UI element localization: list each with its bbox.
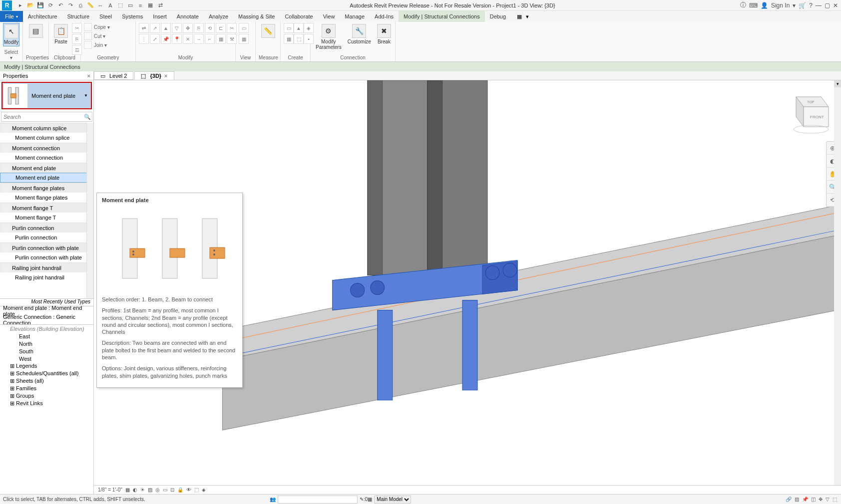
group-button[interactable]: ▦ — [216, 34, 226, 44]
type-category[interactable]: Moment flange T — [0, 203, 93, 213]
lock-3d-icon[interactable]: 🔒 — [177, 487, 183, 493]
cut-geom-button[interactable]: Cut ▾ — [84, 32, 105, 40]
type-item[interactable]: Moment flange T — [0, 213, 93, 223]
type-category[interactable]: Moment flange plates — [0, 183, 93, 193]
tab-collaborate[interactable]: Collaborate — [280, 11, 318, 22]
modify-params-button[interactable]: ⚙Modify Parameters — [314, 23, 344, 51]
array-button[interactable]: ⋮ — [139, 34, 149, 44]
browser-node[interactable]: South — [0, 347, 93, 355]
cut-button[interactable]: ✂ — [72, 23, 82, 33]
open-icon[interactable]: ▸ — [16, 1, 25, 10]
editable-icon[interactable]: ✎ — [360, 497, 364, 502]
type-item[interactable]: Moment flange plates — [0, 193, 93, 203]
type-item[interactable]: Moment column splice — [0, 133, 93, 143]
copy-button[interactable]: ⎘ — [72, 34, 82, 44]
reveal-icon[interactable]: ⬚ — [194, 487, 199, 493]
sign-in-link[interactable]: Sign In — [771, 2, 790, 9]
rotate-button[interactable]: ⟲ — [205, 23, 215, 33]
close-properties-icon[interactable]: × — [87, 73, 90, 79]
maximize-icon[interactable]: ▢ — [825, 2, 830, 9]
keys-icon[interactable]: ⌨ — [749, 2, 758, 9]
switch-icon[interactable]: ⇄ — [156, 1, 165, 10]
select-links-icon[interactable]: 🔗 — [786, 497, 792, 502]
tab-debug[interactable]: Debug — [485, 11, 511, 22]
sun-path-icon[interactable]: ☀ — [140, 487, 145, 493]
minimize-ribbon-icon[interactable]: ▾ — [526, 13, 529, 20]
unpin-button[interactable]: 📍 — [172, 34, 182, 44]
crop-region-icon[interactable]: ⊡ — [170, 487, 174, 493]
panel-label-select[interactable]: Select ▾ — [3, 49, 19, 60]
demolish-button[interactable]: ⚒ — [227, 34, 237, 44]
close-icon[interactable]: ✕ — [833, 2, 838, 9]
match-button[interactable]: ☲ — [72, 45, 82, 55]
create-btn4[interactable]: ▦ — [284, 34, 294, 44]
search-input[interactable] — [1, 114, 83, 120]
tab-steel[interactable]: Steel — [94, 11, 117, 22]
tab-insert[interactable]: Insert — [148, 11, 172, 22]
browser-node[interactable]: West — [0, 355, 93, 362]
cope-button[interactable]: Cope ▾ — [84, 23, 110, 31]
type-item[interactable]: Purlin connection — [0, 233, 93, 243]
split-button[interactable]: ✂ — [227, 23, 237, 33]
browser-category[interactable]: ⊞ Revit Links — [0, 400, 93, 407]
move-button[interactable]: ✥ — [183, 23, 193, 33]
type-item[interactable]: Railing joint handrail — [0, 272, 93, 282]
mirror-axis-button[interactable]: ▲ — [161, 23, 171, 33]
browser-category[interactable]: ⊞ Schedules/Quantities (all) — [0, 370, 93, 377]
corner-button[interactable]: ⌐ — [205, 34, 215, 44]
type-category[interactable]: Moment end plate — [0, 163, 93, 173]
join-button[interactable]: Join ▾ — [84, 41, 107, 49]
recent-type[interactable]: Generic Connection : Generic Connection — [0, 315, 93, 324]
help-icon[interactable]: ? — [809, 2, 813, 9]
delete-button[interactable]: ✕ — [183, 34, 193, 44]
type-category[interactable]: Moment column splice — [0, 123, 93, 133]
align-button[interactable]: ⇄ — [139, 23, 149, 33]
tab-manage[interactable]: Manage — [340, 11, 370, 22]
type-category[interactable]: Purlin connection with plate — [0, 243, 93, 252]
user-icon[interactable]: 👤 — [761, 2, 768, 9]
type-category[interactable]: Railing joint handrail — [0, 262, 93, 272]
type-item[interactable]: Moment end plate — [0, 173, 93, 183]
info-icon[interactable]: ⓘ — [740, 1, 746, 9]
mirror-pick-button[interactable]: ▽ — [172, 23, 182, 33]
tab-analyze[interactable]: Analyze — [204, 11, 233, 22]
background-icon[interactable]: ⬚ — [833, 497, 837, 502]
thin-lines-icon[interactable]: ≡ — [136, 1, 145, 10]
view-btn1[interactable]: ▭ — [239, 23, 249, 33]
app-store-icon[interactable]: ▾ — [793, 2, 796, 9]
shadows-icon[interactable]: ▨ — [148, 487, 152, 493]
file-tab[interactable]: File — [0, 11, 23, 22]
print-icon[interactable]: ⎙ — [76, 1, 85, 10]
browser-category[interactable]: ⊞ Sheets (all) — [0, 377, 93, 385]
break-button[interactable]: ✖Break — [375, 23, 393, 45]
browser-category[interactable]: ⊞ Legends — [0, 362, 93, 370]
cart-icon[interactable]: 🛒 — [799, 2, 806, 9]
tab-structure[interactable]: Structure — [62, 11, 94, 22]
tab-annotate[interactable]: Annotate — [172, 11, 204, 22]
3d-icon[interactable]: ⬚ — [116, 1, 125, 10]
type-category[interactable]: Purlin connection — [0, 223, 93, 233]
model-select[interactable]: Main Model — [374, 496, 411, 504]
detail-level-icon[interactable]: ▦ — [125, 487, 130, 493]
text-icon[interactable]: A — [106, 1, 115, 10]
offset-button[interactable]: ↗ — [150, 23, 160, 33]
customize-button[interactable]: 🔧Customize — [346, 23, 373, 45]
open-file-icon[interactable]: 📂 — [26, 1, 35, 10]
trim-button[interactable]: ⊏ — [216, 23, 226, 33]
sync-icon[interactable]: ⟳ — [46, 1, 55, 10]
browser-category[interactable]: ⊞ Families — [0, 385, 93, 392]
temp-hide-icon[interactable]: 👁 — [186, 487, 191, 493]
rendering-icon[interactable]: ◎ — [155, 487, 160, 493]
browser-node[interactable]: East — [0, 332, 93, 340]
browser-category[interactable]: ⊞ Groups — [0, 392, 93, 400]
dim-icon[interactable]: ↔ — [96, 1, 105, 10]
minimize-icon[interactable]: — — [816, 2, 822, 9]
type-selector[interactable]: Moment end plate ▼ — [1, 82, 92, 109]
select-underlay-icon[interactable]: ▨ — [795, 497, 799, 502]
measure-button[interactable]: 📏 — [259, 23, 277, 39]
close-hidden-icon[interactable]: ▦ — [146, 1, 155, 10]
visual-style-icon[interactable]: ◐ — [133, 487, 137, 493]
view-scrollbar[interactable]: ▾ — [834, 80, 841, 485]
viewcube[interactable]: TOP FRONT — [781, 89, 831, 134]
expand-panel-icon[interactable]: ▾ — [834, 80, 841, 87]
